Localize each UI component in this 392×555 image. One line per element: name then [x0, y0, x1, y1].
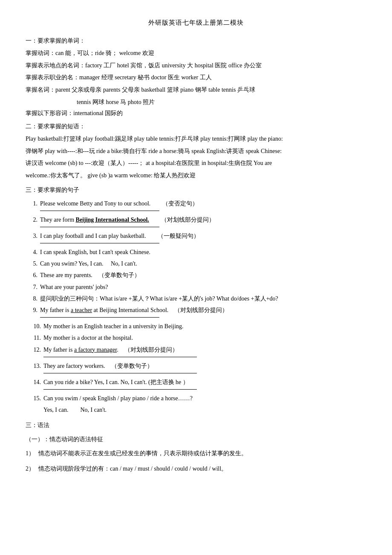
grammar-text-1: 情态动词不能表示正在发生或已经发生的事情，只表示期待或估计某事的发生。: [38, 448, 366, 460]
section-sentences: 三：要求掌握的句子 1. Please welcome Betty and To…: [26, 185, 366, 415]
sentence-7: 7. What are your parents' jobs?: [26, 282, 366, 292]
vocab-line-5: tennis 网球 horse 马 photo 照片: [77, 97, 366, 108]
sentence-1: 1. Please welcome Betty and Tony to our …: [26, 198, 366, 209]
factory-manager-underline: a factory manager: [74, 347, 117, 353]
blank-line-12: [43, 357, 197, 357]
sentence-5: 5. Can you swim? Yes, I can. No, I can't…: [26, 258, 366, 269]
vocab-line-3: 掌握表示职业的名：manager 经理 secretary 秘书 doctor …: [26, 72, 366, 84]
sentence-10: 10. My mother is an English teacher in a…: [26, 321, 366, 332]
section-phrases: 二：要求掌握的短语： Play basketball:打篮球 play foot…: [26, 121, 366, 182]
sentence-11: 11. My mother is a doctor at the hospita…: [26, 332, 366, 343]
vocab-heading: 一：要求掌握的单词：: [26, 35, 366, 46]
sentence-14: 14. Can you ride a bike? Yes, I can. No,…: [26, 377, 366, 387]
sentence-15-subline: Yes, I can. No, I can't.: [43, 405, 366, 415]
sentences-heading: 三：要求掌握的句子: [26, 185, 366, 195]
phrases-line-3: 讲汉语 welcome (sb) to ---:欢迎（某人）-----； at …: [26, 158, 366, 169]
section-vocab: 一：要求掌握的单词： 掌握动词：can 能，可以；ride 骑； welcome…: [26, 35, 366, 119]
vocab-line-4: 掌握名词：parent 父亲或母亲 parents 父母亲 basketball…: [26, 84, 366, 96]
grammar-heading-2: （一）：情态动词的语法特征: [26, 434, 366, 445]
sentence-9: 9. My father is a teacher at Beijing Int…: [26, 305, 366, 315]
sentence-3: 3. I can play football and I can play ba…: [26, 231, 366, 241]
grammar-item-1: 1） 情态动词不能表示正在发生或已经发生的事情，只表示期待或估计某事的发生。: [26, 448, 366, 460]
sentence-2: 2. They are form Beijing International S…: [26, 214, 366, 225]
blank-line-13: [43, 373, 197, 373]
sentence-13: 13. They are factory workers. （变单数句子）: [26, 361, 366, 371]
teacher-underline: a teacher: [71, 307, 92, 313]
sentence-4: 4. I can speak English, but I can't spea…: [26, 247, 366, 257]
blank-line-2: [40, 227, 159, 227]
sentence-15: 15. Can you swim / speak English / play …: [26, 393, 366, 404]
phrases-line-1: Play basketball:打篮球 play football:踢足球 pl…: [26, 133, 366, 145]
sentence-12: 12. My father is a factory manager. （对划线…: [26, 344, 366, 355]
sentence-8: 8. 提问职业的三种问句：What is/are +某人？What is/are…: [26, 293, 366, 304]
blank-line-1: [40, 211, 159, 211]
vocab-line-6: 掌握以下形容词：international 国际的: [26, 108, 366, 119]
page-title: 外研版英语七年级上册第二模块: [26, 17, 366, 29]
vocab-line-2: 掌握表示地点的名词：factory 工厂 hotel 宾馆，饭店 univers…: [26, 60, 366, 72]
grammar-text-2: 情态动词现阶段学过的有：can / may / must / should / …: [38, 463, 366, 475]
phrases-line-4: welcome.:你太客气了。 give (sb )a warm welcome…: [26, 170, 366, 182]
page-container: 外研版英语七年级上册第二模块 一：要求掌握的单词： 掌握动词：can 能，可以；…: [26, 17, 366, 475]
blank-line-9: [40, 317, 159, 318]
sentence-6: 6. These are my parents. （变单数句子）: [26, 270, 366, 280]
blank-line-3: [40, 243, 159, 243]
beijing-school: Beijing International School.: [76, 217, 149, 223]
blank-line-14: [43, 389, 197, 390]
grammar-heading-1: 三：语法: [26, 420, 366, 431]
phrases-heading: 二：要求掌握的短语：: [26, 121, 366, 132]
phrases-line-2: 弹钢琴 play with----:和---玩 ride a bike:骑自行车…: [26, 146, 366, 157]
grammar-item-2: 2） 情态动词现阶段学过的有：can / may / must / should…: [26, 463, 366, 475]
section-grammar: 三：语法 （一）：情态动词的语法特征 1） 情态动词不能表示正在发生或已经发生的…: [26, 420, 366, 475]
vocab-line-1: 掌握动词：can 能，可以；ride 骑； welcome 欢迎: [26, 48, 366, 59]
